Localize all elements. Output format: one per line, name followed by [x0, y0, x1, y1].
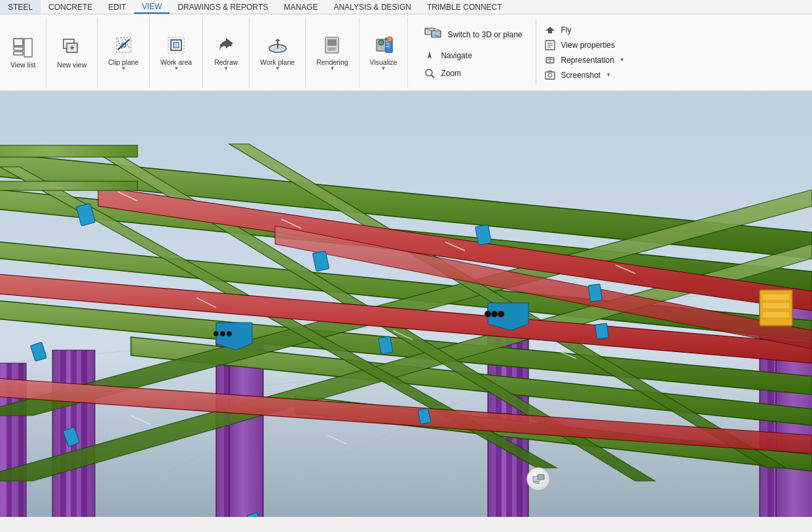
- svg-point-13: [220, 44, 223, 46]
- clip-plane-dropdown[interactable]: ▼: [121, 65, 126, 71]
- menu-steel[interactable]: STEEL: [0, 0, 41, 14]
- ribbon-group-view-list: View list: [0, 17, 46, 88]
- rendering-icon: [320, 33, 344, 57]
- menu-concrete[interactable]: CONCRETE: [41, 0, 100, 14]
- svg-rect-0: [14, 39, 23, 46]
- menu-edit[interactable]: EDIT: [100, 0, 134, 14]
- navigate-label: Navigate: [441, 51, 471, 60]
- clip-plane-icon: [112, 33, 136, 57]
- svg-rect-3: [24, 39, 32, 57]
- menu-trimble-connect[interactable]: TRIMBLE CONNECT: [419, 0, 510, 14]
- svg-rect-96: [378, 336, 393, 355]
- ribbon-group-clip-plane: Clip plane ▼: [98, 17, 150, 88]
- svg-point-120: [213, 331, 219, 336]
- view-properties-button[interactable]: View properties: [542, 38, 627, 52]
- svg-point-46: [548, 73, 552, 77]
- screenshot-button[interactable]: Screenshot ▼: [542, 68, 627, 82]
- new-view-button[interactable]: New view: [53, 33, 90, 72]
- svg-rect-116: [0, 181, 138, 190]
- svg-point-122: [227, 331, 232, 336]
- redraw-icon: [214, 33, 238, 57]
- ribbon-right-section: Switch to 3D or plane Navigate Zoom: [408, 17, 812, 88]
- representation-label: Representation: [561, 56, 614, 65]
- ribbon-group-visualize: Visualize ▼: [360, 17, 409, 88]
- svg-rect-19: [327, 39, 337, 46]
- visualize-button[interactable]: Visualize ▼: [366, 31, 401, 74]
- viewport[interactable]: [0, 92, 812, 517]
- rendering-button[interactable]: Rendering ▼: [312, 31, 352, 74]
- ribbon-group-rendering: Rendering ▼: [306, 17, 359, 88]
- menu-drawings-reports[interactable]: DRAWINGS & REPORTS: [170, 0, 276, 14]
- svg-point-121: [220, 331, 225, 336]
- menu-bar: STEEL CONCRETE EDIT VIEW DRAWINGS & REPO…: [0, 0, 812, 14]
- svg-marker-35: [428, 51, 432, 59]
- ribbon-group-work-area: Work area ▼: [150, 17, 203, 88]
- visualize-dropdown[interactable]: ▼: [381, 65, 386, 71]
- fly-button[interactable]: Fly: [542, 23, 627, 37]
- work-plane-icon: [266, 33, 289, 57]
- screenshot-icon: [544, 69, 556, 81]
- view-list-button[interactable]: View list: [7, 33, 39, 72]
- svg-point-118: [491, 311, 498, 317]
- svg-point-117: [485, 311, 491, 317]
- menu-view[interactable]: VIEW: [134, 0, 170, 14]
- screenshot-label: Screenshot: [561, 71, 601, 80]
- svg-point-12: [225, 44, 227, 46]
- representation-icon: [544, 54, 556, 66]
- navigate-icon: [424, 50, 435, 62]
- svg-rect-2: [14, 52, 23, 55]
- work-area-button[interactable]: Work area ▼: [157, 31, 196, 74]
- ribbon: View list New view: [0, 14, 812, 92]
- work-plane-button[interactable]: Work plane ▼: [256, 31, 299, 74]
- svg-rect-115: [0, 145, 138, 157]
- scene-svg: [0, 92, 812, 517]
- representation-button[interactable]: Representation ▼: [542, 53, 627, 67]
- representation-dropdown[interactable]: ▼: [619, 57, 625, 63]
- svg-rect-28: [386, 46, 390, 47]
- svg-point-14: [229, 44, 232, 46]
- svg-rect-93: [588, 284, 602, 302]
- screenshot-dropdown[interactable]: ▼: [606, 72, 611, 78]
- svg-line-37: [432, 75, 434, 78]
- svg-rect-20: [327, 47, 337, 51]
- svg-rect-31: [432, 31, 441, 37]
- clip-plane-button[interactable]: Clip plane ▼: [104, 31, 143, 74]
- svg-point-36: [426, 69, 432, 76]
- switch-3d-button[interactable]: Switch to 3D or plane: [421, 24, 525, 45]
- new-view-icon: [60, 36, 84, 60]
- ribbon-group-new-view: New view: [46, 17, 98, 88]
- view-list-icon: [11, 36, 35, 60]
- redraw-button[interactable]: Redraw ▼: [210, 31, 242, 74]
- rendering-dropdown[interactable]: ▼: [329, 65, 335, 71]
- svg-rect-97: [595, 323, 609, 339]
- svg-point-29: [387, 37, 392, 42]
- svg-rect-11: [174, 43, 179, 48]
- zoom-label: Zoom: [441, 69, 461, 78]
- menu-manage[interactable]: MANAGE: [276, 0, 325, 14]
- redraw-dropdown[interactable]: ▼: [223, 65, 229, 71]
- work-area-dropdown[interactable]: ▼: [174, 65, 179, 71]
- visualize-icon: [372, 33, 396, 57]
- navigate-button[interactable]: Navigate: [421, 48, 525, 63]
- zoom-button[interactable]: Zoom: [421, 66, 525, 80]
- svg-rect-1: [14, 47, 23, 50]
- svg-rect-105: [763, 312, 789, 317]
- svg-point-25: [378, 40, 384, 45]
- new-view-label: New view: [57, 61, 86, 69]
- svg-rect-104: [763, 303, 789, 308]
- svg-rect-60: [81, 350, 87, 517]
- menu-analysis-design[interactable]: ANALYSIS & DESIGN: [325, 0, 418, 14]
- zoom-icon: [424, 67, 435, 79]
- work-plane-dropdown[interactable]: ▼: [275, 65, 280, 71]
- ribbon-group-redraw: Redraw ▼: [203, 17, 249, 88]
- view-list-label: View list: [10, 61, 35, 69]
- view-properties-label: View properties: [561, 41, 616, 50]
- work-area-icon: [164, 33, 188, 57]
- ribbon-group-work-plane: Work plane ▼: [249, 17, 306, 88]
- switch-3d-label: Switch to 3D or plane: [447, 30, 522, 39]
- fly-label: Fly: [561, 26, 572, 35]
- svg-point-119: [498, 311, 504, 317]
- nav-cube[interactable]: [526, 467, 550, 491]
- switch-3d-icon: [424, 26, 442, 44]
- svg-rect-103: [763, 294, 789, 300]
